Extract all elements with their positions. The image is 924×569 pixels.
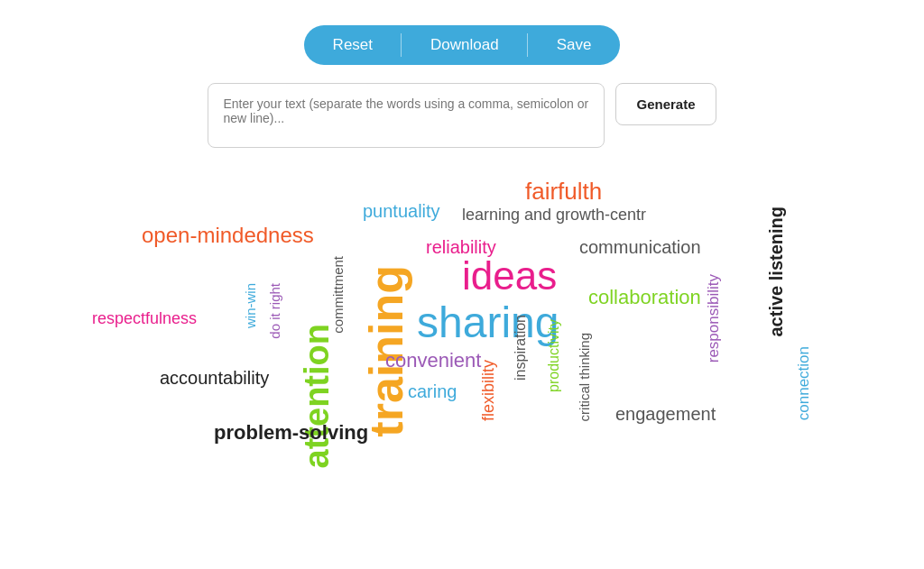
word-item: ideas: [462, 256, 557, 296]
word-item: productivity: [547, 319, 561, 392]
input-row: Generate: [0, 83, 924, 166]
word-item: convenient: [385, 351, 481, 371]
word-item: committment: [331, 256, 345, 334]
word-item: accountability: [160, 369, 269, 387]
reset-button[interactable]: Reset: [304, 25, 402, 65]
word-item: sharing: [417, 301, 559, 344]
word-item: critical thinking: [578, 333, 591, 421]
generate-button[interactable]: Generate: [615, 83, 716, 125]
word-cloud: fairfulthlearning and growth-centrpuntua…: [74, 166, 850, 509]
word-item: responsibility: [706, 274, 721, 363]
word-item: do it right: [268, 283, 282, 339]
word-item: collaboration: [588, 288, 701, 307]
word-item: puntuality: [363, 202, 440, 220]
download-button[interactable]: Download: [402, 25, 528, 65]
word-item: communication: [579, 238, 701, 256]
word-item: open-mindedness: [142, 225, 314, 246]
word-item: win-win: [244, 283, 257, 328]
word-item: attention: [300, 324, 334, 468]
word-item: flexibility: [480, 360, 496, 421]
word-item: inspiration: [513, 315, 528, 381]
word-item: caring: [408, 382, 457, 400]
word-item: connection: [796, 346, 811, 420]
word-item: active listening: [767, 206, 785, 337]
text-input[interactable]: [208, 83, 605, 148]
word-item: fairfulth: [525, 179, 602, 203]
word-item: engagement: [615, 405, 716, 423]
word-item: respectfulness: [92, 310, 197, 326]
word-item: problem-solving: [214, 423, 368, 443]
action-btn-group: Reset Download Save: [304, 25, 621, 65]
word-item: learning and growth-centr: [462, 206, 646, 223]
save-button[interactable]: Save: [528, 25, 621, 65]
toolbar: Reset Download Save: [0, 0, 924, 83]
